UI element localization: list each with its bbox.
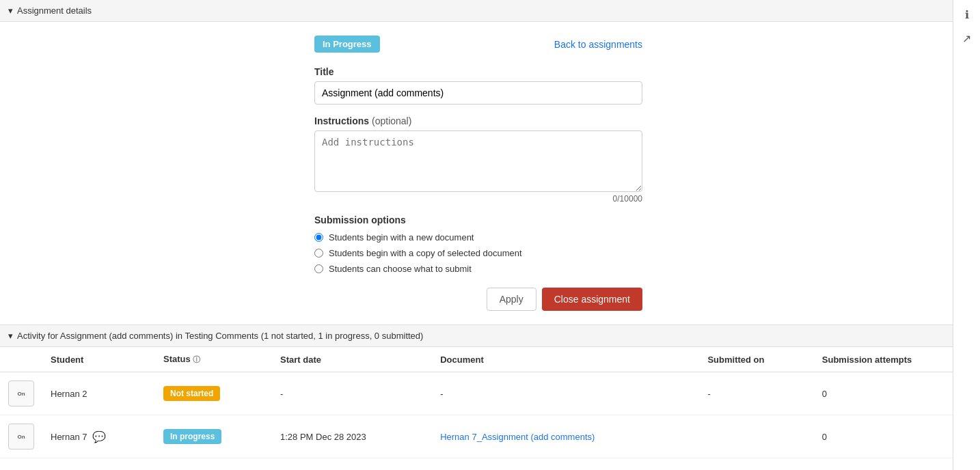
col-header-student: Student xyxy=(42,347,155,372)
sidebar-icons: ℹ ↗ xyxy=(953,0,980,458)
doc-icon-row2: On xyxy=(8,424,34,450)
activity-bar: ▾ Activity for Assignment (add comments)… xyxy=(0,324,980,347)
table-row: On Hernan 7 💬 In progress 1:28 PM Dec 28… xyxy=(0,415,980,458)
close-assignment-button[interactable]: Close assignment xyxy=(542,288,642,311)
row2-icon-cell: On xyxy=(0,415,42,458)
row1-status-badge: Not started xyxy=(163,386,220,401)
row2-status-badge: In progress xyxy=(163,429,221,444)
radio-copy-document-label: Students begin with a copy of selected d… xyxy=(329,248,522,258)
col-header-submittedon: Submitted on xyxy=(699,347,813,372)
submission-options-label: Submission options xyxy=(314,215,642,225)
row1-submittedon-cell: - xyxy=(699,372,813,415)
activity-chevron-icon: ▾ xyxy=(8,331,13,341)
char-count: 0/10000 xyxy=(314,194,642,204)
assignment-details-label: Assignment details xyxy=(17,5,92,16)
chevron-icon: ▾ xyxy=(8,5,13,16)
col-header-icon xyxy=(0,347,42,372)
row2-document-cell: Hernan 7_Assignment (add comments) xyxy=(432,415,699,458)
table-header-row: Student Status ⓘ Start date Document Sub… xyxy=(0,347,980,372)
col-header-status: Status ⓘ xyxy=(155,347,272,372)
main-content: In Progress Back to assignments Title In… xyxy=(0,22,957,324)
info-icon[interactable]: ℹ xyxy=(965,8,969,21)
radio-option-2: Students begin with a copy of selected d… xyxy=(314,248,642,258)
col-header-document: Document xyxy=(432,347,699,372)
row2-startdate-cell: 1:28 PM Dec 28 2023 xyxy=(272,415,432,458)
apply-button[interactable]: Apply xyxy=(487,288,536,311)
radio-options: Students begin with a new document Stude… xyxy=(314,232,642,274)
radio-choose-submit[interactable] xyxy=(314,264,323,273)
chart-icon[interactable]: ↗ xyxy=(962,32,971,45)
radio-new-document-label: Students begin with a new document xyxy=(329,232,474,243)
row1-icon-cell: On xyxy=(0,372,42,415)
row2-submittedon-cell xyxy=(699,415,813,458)
title-input[interactable] xyxy=(314,81,642,105)
status-badge: In Progress xyxy=(314,36,380,53)
radio-new-document[interactable] xyxy=(314,233,323,242)
activity-table: Student Status ⓘ Start date Document Sub… xyxy=(0,347,980,458)
activity-bar-text: Activity for Assignment (add comments) i… xyxy=(17,331,423,341)
row1-status-cell: Not started xyxy=(155,372,272,415)
radio-option-1: Students begin with a new document xyxy=(314,232,642,243)
status-info-icon: ⓘ xyxy=(193,355,200,363)
row2-document-link[interactable]: Hernan 7_Assignment (add comments) xyxy=(440,432,595,442)
radio-option-3: Students can choose what to submit xyxy=(314,264,642,274)
action-row: Apply Close assignment xyxy=(314,288,642,311)
row1-student-cell: Hernan 2 xyxy=(42,372,155,415)
doc-icon-row1: On xyxy=(8,381,34,406)
row2-student-cell: Hernan 7 💬 xyxy=(42,415,155,458)
comment-icon: 💬 xyxy=(92,430,106,443)
assignment-details-bar: ▾ Assignment details xyxy=(0,0,980,22)
radio-copy-document[interactable] xyxy=(314,249,323,258)
row1-document-cell: - xyxy=(432,372,699,415)
instructions-optional: (optional) xyxy=(372,115,411,126)
assignment-form: In Progress Back to assignments Title In… xyxy=(314,36,642,311)
table-row: On Hernan 2 Not started - - - 0 xyxy=(0,372,980,415)
row2-status-cell: In progress xyxy=(155,415,272,458)
radio-choose-submit-label: Students can choose what to submit xyxy=(329,264,472,274)
row2-student-name: Hernan 7 xyxy=(51,432,87,442)
back-to-assignments-link[interactable]: Back to assignments xyxy=(554,39,642,50)
instructions-label: Instructions (optional) xyxy=(314,115,642,126)
form-header-row: In Progress Back to assignments xyxy=(314,36,642,53)
col-header-startdate: Start date xyxy=(272,347,432,372)
title-label: Title xyxy=(314,66,642,77)
row1-startdate-cell: - xyxy=(272,372,432,415)
instructions-textarea[interactable] xyxy=(314,130,642,192)
